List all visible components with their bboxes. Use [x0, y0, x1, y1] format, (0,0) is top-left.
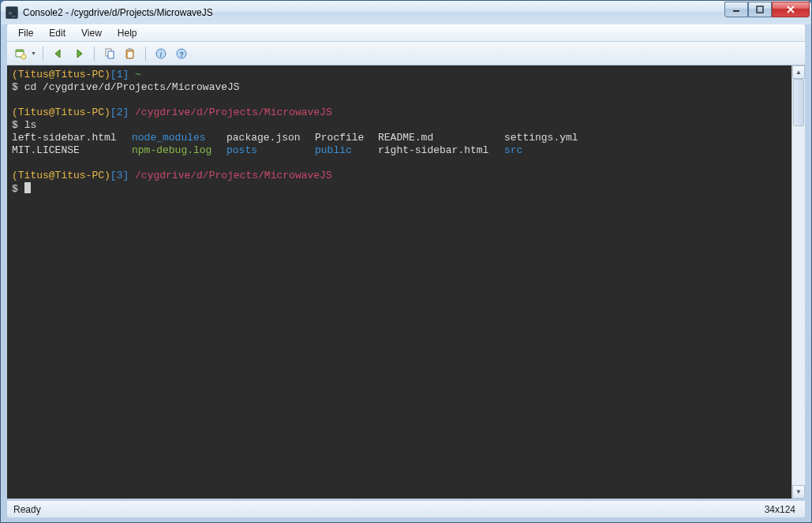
new-tab-icon [14, 47, 27, 60]
ls-dir: public [315, 144, 378, 157]
menu-edit[interactable]: Edit [41, 26, 73, 40]
window-title: Console2 - /cygdrive/d/Projects/Microwav… [23, 7, 806, 18]
prompt-path: /cygdrive/d/Projects/MicrowaveJS [135, 170, 332, 181]
command-text: cd /cygdrive/d/Projects/MicrowaveJS [24, 81, 240, 93]
new-tab-button[interactable] [12, 45, 29, 62]
paste-button[interactable] [122, 45, 139, 62]
toolbar: ▼ i ? [7, 42, 805, 65]
scroll-up-button[interactable]: ▲ [792, 65, 805, 79]
svg-point-4 [21, 54, 26, 59]
menu-view[interactable]: View [73, 26, 110, 40]
paste-icon [124, 47, 137, 60]
vertical-scrollbar[interactable]: ▲ ▼ [791, 65, 805, 499]
ls-file: npm-debug.log [132, 144, 226, 157]
svg-rect-9 [128, 52, 133, 58]
prompt-index: [1] [110, 69, 129, 80]
prompt-index: [2] [110, 106, 129, 118]
window-controls [724, 2, 810, 17]
terminal-line: $ cd /cygdrive/d/Projects/MicrowaveJS [12, 81, 240, 93]
app-window: >_ Console2 - /cygdrive/d/Projects/Micro… [0, 0, 812, 523]
copy-icon [103, 47, 116, 60]
scroll-track[interactable] [792, 79, 805, 485]
help-icon: ? [175, 47, 188, 60]
terminal-line: $ ls [12, 119, 36, 131]
menu-help[interactable]: Help [110, 26, 145, 40]
titlebar[interactable]: >_ Console2 - /cygdrive/d/Projects/Micro… [1, 1, 811, 24]
nav-forward-button[interactable] [70, 45, 88, 62]
prompt-path: ~ [135, 69, 141, 80]
prompt-path: /cygdrive/d/Projects/MicrowaveJS [135, 106, 332, 118]
prompt-user: (Titus@Titus-PC) [12, 69, 110, 80]
toolbar-separator [94, 47, 95, 61]
menubar: File Edit View Help [7, 24, 805, 42]
svg-rect-6 [108, 51, 114, 58]
chevron-down-icon: ▼ [795, 488, 802, 495]
close-button[interactable] [772, 2, 810, 17]
chevron-up-icon: ▲ [795, 69, 802, 76]
arrow-right-icon [73, 47, 85, 60]
help-button[interactable]: ? [173, 45, 190, 62]
ls-dir: posts [226, 144, 315, 157]
menu-file[interactable]: File [10, 26, 41, 40]
new-tab-dropdown-icon[interactable]: ▼ [31, 50, 36, 56]
toolbar-separator [43, 47, 43, 61]
copy-button[interactable] [101, 45, 118, 62]
terminal-line: (Titus@Titus-PC)[2] /cygdrive/d/Projects… [12, 106, 332, 118]
prompt-dollar: $ [12, 183, 18, 195]
ls-row: left-sidebar.htmlnode_modulespackage.jso… [12, 132, 578, 144]
svg-rect-3 [16, 50, 24, 52]
svg-rect-0 [733, 10, 739, 12]
svg-text:?: ? [179, 50, 184, 58]
ls-file: left-sidebar.html [12, 132, 132, 144]
nav-back-button[interactable] [50, 45, 67, 62]
prompt-user: (Titus@Titus-PC) [12, 106, 110, 118]
prompt-index: [3] [110, 170, 129, 181]
status-text: Ready [13, 504, 41, 515]
toolbar-separator [145, 47, 146, 61]
command-text: ls [24, 119, 37, 131]
terminal[interactable]: (Titus@Titus-PC)[1] ~ $ cd /cygdrive/d/P… [7, 65, 791, 499]
svg-rect-1 [757, 6, 763, 13]
maximize-icon [756, 6, 764, 13]
svg-rect-8 [128, 48, 132, 50]
info-button[interactable]: i [152, 45, 170, 62]
minimize-icon [732, 6, 740, 13]
scroll-thumb[interactable] [793, 79, 804, 126]
ls-file: package.json [226, 132, 315, 144]
ls-dir: node_modules [132, 132, 226, 144]
info-icon: i [155, 47, 167, 60]
prompt-dollar: $ [12, 119, 18, 131]
ls-file: right-sidebar.html [378, 144, 504, 157]
close-icon [786, 6, 795, 13]
svg-text:i: i [160, 50, 163, 58]
arrow-left-icon [52, 47, 65, 60]
cursor [24, 182, 31, 193]
terminal-line: (Titus@Titus-PC)[1] ~ [12, 69, 141, 80]
prompt-user: (Titus@Titus-PC) [12, 170, 110, 181]
maximize-button[interactable] [748, 2, 772, 17]
terminal-line: (Titus@Titus-PC)[3] /cygdrive/d/Projects… [12, 170, 332, 181]
statusbar: Ready 34x124 [7, 500, 805, 517]
status-dimensions: 34x124 [765, 504, 799, 515]
ls-dir: src [504, 144, 522, 156]
ls-file: README.md [378, 132, 504, 144]
ls-file: MIT.LICENSE [12, 144, 132, 157]
app-icon: >_ [6, 6, 18, 19]
terminal-area: (Titus@Titus-PC)[1] ~ $ cd /cygdrive/d/P… [7, 65, 805, 499]
minimize-button[interactable] [724, 2, 748, 17]
terminal-line: $ [12, 183, 31, 195]
ls-file: settings.yml [504, 132, 578, 144]
ls-row: MIT.LICENSEnpm-debug.logpostspublicright… [12, 144, 522, 156]
scroll-down-button[interactable]: ▼ [792, 485, 805, 499]
ls-file: Procfile [315, 132, 378, 144]
prompt-dollar: $ [12, 81, 18, 93]
